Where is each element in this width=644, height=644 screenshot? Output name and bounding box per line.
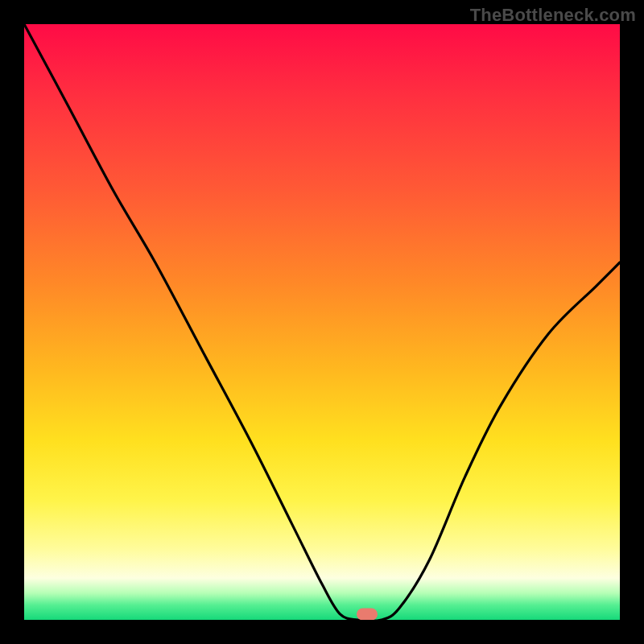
optimal-point-marker bbox=[357, 609, 378, 621]
watermark-text: TheBottleneck.com bbox=[470, 5, 636, 26]
chart-frame: TheBottleneck.com bbox=[0, 0, 644, 644]
bottleneck-curve bbox=[24, 24, 620, 620]
plot-area bbox=[24, 24, 620, 620]
